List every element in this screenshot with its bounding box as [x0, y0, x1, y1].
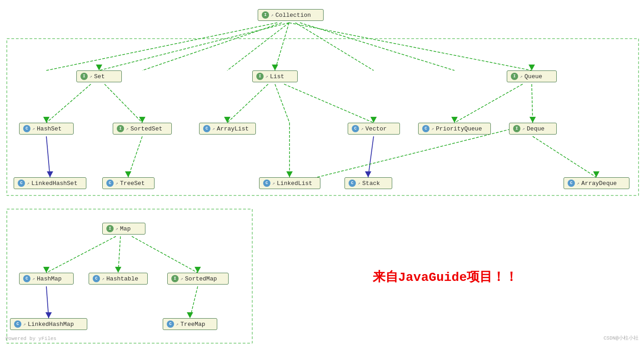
- svg-line-22: [284, 84, 374, 123]
- svg-marker-12: [43, 117, 50, 123]
- svg-line-13: [105, 84, 142, 123]
- svg-marker-16: [47, 171, 53, 177]
- node-treemap: C ↗ TreeMap: [163, 318, 217, 330]
- svg-line-9: [295, 23, 374, 70]
- svg-line-7: [142, 23, 282, 70]
- node-hashmap: C ↗ HashMap: [19, 273, 74, 285]
- svg-line-28: [454, 84, 523, 123]
- svg-line-24: [368, 136, 374, 177]
- svg-line-41: [46, 286, 49, 318]
- svg-marker-40: [195, 267, 201, 273]
- svg-marker-44: [187, 312, 193, 318]
- node-hashset: C ↗ HashSet: [19, 123, 74, 135]
- svg-line-2: [275, 23, 289, 70]
- icon-hashmap: C: [23, 275, 30, 282]
- svg-line-19: [227, 84, 268, 123]
- node-list: I ↗ List: [252, 70, 298, 82]
- icon-stack: C: [349, 180, 356, 187]
- svg-marker-42: [45, 312, 52, 318]
- node-map: I ↗ Map: [102, 223, 145, 235]
- svg-line-32: [533, 136, 596, 177]
- svg-line-6: [46, 23, 277, 70]
- node-vector: C ↗ Vector: [348, 123, 400, 135]
- node-sortedset: I ↗ SortedSet: [113, 123, 172, 135]
- svg-line-37: [118, 236, 120, 273]
- icon-set: I: [80, 73, 88, 80]
- svg-line-30: [532, 84, 533, 123]
- svg-line-43: [190, 286, 198, 318]
- svg-marker-29: [451, 117, 458, 123]
- svg-marker-3: [272, 65, 278, 70]
- icon-queue: I: [511, 73, 518, 80]
- watermark-right: CSDN@小柱小社: [604, 335, 639, 341]
- svg-marker-14: [139, 117, 145, 123]
- watermark-left: Powered by yFiles: [5, 336, 56, 341]
- icon-deque: I: [513, 125, 520, 132]
- svg-marker-27: [286, 171, 293, 177]
- node-set: I ↗ Set: [76, 70, 122, 82]
- svg-marker-18: [125, 171, 131, 177]
- icon-arraylist: C: [203, 125, 210, 132]
- svg-line-35: [46, 236, 116, 273]
- icon-hashset: C: [23, 125, 30, 132]
- icon-arraydeque: C: [568, 180, 575, 187]
- svg-line-4: [289, 23, 532, 70]
- svg-line-21: [275, 84, 290, 123]
- svg-line-8: [227, 23, 289, 70]
- icon-treeset: C: [106, 180, 114, 187]
- svg-marker-38: [115, 267, 121, 273]
- svg-line-15: [46, 136, 50, 177]
- svg-marker-20: [224, 117, 230, 123]
- arrows-svg: [0, 0, 644, 345]
- svg-line-34: [290, 130, 509, 184]
- icon-sortedset: I: [117, 125, 124, 132]
- icon-collection: I: [262, 11, 269, 19]
- node-treeset: C ↗ TreeSet: [102, 177, 155, 189]
- node-priorityqueue: C ↗ PriorityQueue: [418, 123, 491, 135]
- node-arraydeque: C ↗ ArrayDeque: [564, 177, 629, 189]
- icon-priorityqueue: C: [422, 125, 429, 132]
- svg-marker-33: [593, 171, 599, 177]
- icon-linkedhashmap: C: [14, 320, 21, 328]
- node-collection: I ↗ Collection: [258, 9, 324, 21]
- svg-marker-1: [96, 65, 102, 70]
- node-arraylist: C ↗ ArrayList: [199, 123, 256, 135]
- icon-vector: C: [352, 125, 359, 132]
- node-linkedhashmap: C ↗ LinkedHashMap: [10, 318, 87, 330]
- svg-marker-31: [529, 117, 536, 123]
- svg-line-10: [300, 23, 454, 70]
- node-deque: I ↗ Deque: [509, 123, 557, 135]
- svg-line-39: [132, 236, 198, 273]
- icon-treemap: C: [167, 320, 174, 328]
- icon-sortedmap: I: [171, 275, 179, 282]
- svg-line-0: [99, 23, 289, 70]
- svg-marker-36: [43, 267, 50, 273]
- svg-line-17: [128, 136, 142, 177]
- node-sortedmap: I ↗ SortedMap: [167, 273, 229, 285]
- javaguide-text: 来自JavaGuide项目！！: [373, 268, 518, 285]
- node-stack: C ↗ Stack: [344, 177, 392, 189]
- node-linkedlist: C ↗ LinkedList: [259, 177, 320, 189]
- node-linkedhashset: C ↗ LinkedHashSet: [14, 177, 86, 189]
- svg-marker-5: [529, 65, 535, 70]
- svg-marker-23: [370, 117, 377, 123]
- icon-linkedhashset: C: [18, 180, 25, 187]
- svg-line-11: [46, 84, 91, 123]
- node-queue: I ↗ Queue: [507, 70, 557, 82]
- svg-rect-45: [7, 39, 639, 195]
- icon-linkedlist: C: [263, 180, 270, 187]
- icon-list: I: [256, 73, 264, 80]
- node-hashtable: C ↗ Hashtable: [89, 273, 148, 285]
- icon-map: I: [106, 225, 114, 232]
- icon-hashtable: C: [93, 275, 100, 282]
- svg-marker-25: [365, 171, 371, 177]
- diagram-container: I ↗ Collection I ↗ Set I ↗ List I ↗ Queu…: [0, 0, 644, 345]
